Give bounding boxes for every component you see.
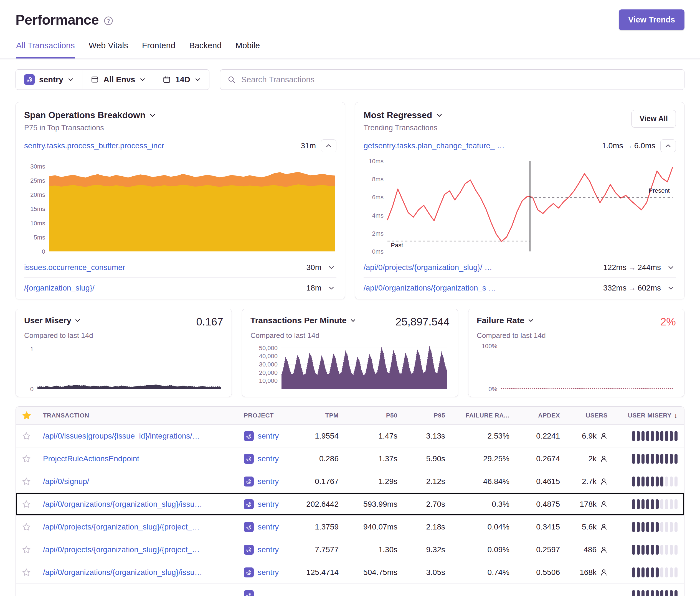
tab-web-vitals[interactable]: Web Vitals xyxy=(89,41,128,58)
star-icon[interactable] xyxy=(22,568,31,577)
expand-button[interactable] xyxy=(666,262,676,273)
most-regressed-dropdown[interactable]: Most Regressed xyxy=(364,110,443,120)
svg-text:20ms: 20ms xyxy=(30,191,45,198)
transaction-link[interactable]: /api/0/projects/{organization_slug}/{pro… xyxy=(43,522,200,531)
environment-filter[interactable]: All Envs xyxy=(82,70,154,89)
star-icon[interactable] xyxy=(22,545,31,554)
calendar-icon xyxy=(162,75,171,84)
chevron-down-icon xyxy=(195,77,201,83)
regressed-transaction-link[interactable]: /api/0/organizations/{organization_s … xyxy=(364,284,598,292)
project-link[interactable]: sentry xyxy=(258,545,279,554)
span-op-link[interactable]: sentry.tasks.process_buffer.process_incr xyxy=(24,141,296,150)
search-input[interactable] xyxy=(241,75,677,84)
view-trends-button[interactable]: View Trends xyxy=(619,9,684,30)
project-filter-label: sentry xyxy=(39,75,63,84)
star-icon[interactable] xyxy=(22,432,31,440)
span-operations-subtitle: P75 in Top Transactions xyxy=(24,124,156,132)
transaction-link[interactable]: /api/0/organizations/{organization_slug}… xyxy=(43,500,202,509)
user-misery-dropdown[interactable]: User Misery xyxy=(24,316,81,325)
star-icon[interactable] xyxy=(22,477,31,486)
transaction-link[interactable]: /api/0/projects/{organization_slug}/{pro… xyxy=(43,545,200,554)
users-count: 2.7k xyxy=(582,477,597,486)
column-header-p95[interactable]: P95 xyxy=(404,412,452,419)
span-op-link[interactable]: issues.occurrence_consumer xyxy=(24,263,301,272)
star-icon[interactable] xyxy=(22,522,31,532)
column-header-favorites[interactable] xyxy=(16,411,36,420)
svg-text:?: ? xyxy=(107,18,110,24)
date-range-filter[interactable]: 14D xyxy=(154,70,209,89)
expand-button[interactable] xyxy=(326,262,336,273)
span-op-link[interactable]: /{organization_slug}/ xyxy=(24,284,301,292)
column-header-users[interactable]: USERS xyxy=(567,412,614,419)
chevron-down-icon xyxy=(668,264,674,271)
regression-to: 602ms xyxy=(638,284,661,292)
tab-frontend[interactable]: Frontend xyxy=(142,41,175,58)
expand-button[interactable] xyxy=(666,283,676,293)
user-misery-bars xyxy=(632,476,678,487)
span-operations-dropdown[interactable]: Span Operations Breakdown xyxy=(24,110,156,120)
collapse-button[interactable] xyxy=(321,139,336,152)
tab-bar: All Transactions Web Vitals Frontend Bac… xyxy=(16,41,684,58)
table-row xyxy=(16,584,684,596)
chevron-down-icon xyxy=(75,317,81,323)
column-header-user-misery[interactable]: USER MISERY ↓ xyxy=(614,411,684,420)
users-count: 2k xyxy=(588,455,597,463)
apdex-value: 0.2597 xyxy=(516,545,567,554)
column-header-tpm[interactable]: TPM xyxy=(298,412,345,419)
project-link[interactable]: sentry xyxy=(258,522,279,532)
failure-rate-card: Failure Rate 2% Compared to last 14d 100… xyxy=(468,309,684,397)
environment-filter-label: All Envs xyxy=(103,75,135,84)
expand-button[interactable] xyxy=(326,283,336,293)
help-icon[interactable]: ? xyxy=(104,16,113,26)
failure-rate-dropdown[interactable]: Failure Rate xyxy=(477,316,534,325)
chevron-up-icon xyxy=(665,142,671,149)
project-link[interactable]: sentry xyxy=(258,568,279,577)
project-filter[interactable]: sentry xyxy=(16,70,82,89)
p95-value: 9.32s xyxy=(404,545,452,554)
tab-mobile[interactable]: Mobile xyxy=(235,41,260,58)
project-link[interactable]: sentry xyxy=(258,432,279,440)
star-icon[interactable] xyxy=(22,455,31,463)
regression-from: 122ms xyxy=(603,263,626,272)
user-misery-card: User Misery 0.167 Compared to last 14d 1… xyxy=(16,309,232,397)
tpm-card: Transactions Per Minute 25,897.544 Compa… xyxy=(242,309,458,397)
column-header-p50[interactable]: P50 xyxy=(345,412,404,419)
tab-all-transactions[interactable]: All Transactions xyxy=(16,41,75,58)
table-row: ProjectRuleActionsEndpoint sentry 0.286 … xyxy=(16,447,684,470)
star-icon[interactable] xyxy=(22,500,31,509)
page-title: Performance xyxy=(16,12,99,28)
span-operations-title: Span Operations Breakdown xyxy=(24,110,145,120)
project-link[interactable]: sentry xyxy=(258,455,279,463)
transaction-link[interactable]: /api/0/organizations/{organization_slug}… xyxy=(43,568,202,577)
arrow-right-icon: → xyxy=(626,284,638,292)
regressed-transaction-link[interactable]: /api/0/projects/{organization_slug}/ … xyxy=(364,263,598,272)
regressed-transaction-link[interactable]: getsentry.tasks.plan_change_feature_ … xyxy=(364,141,597,150)
column-header-transaction[interactable]: TRANSACTION xyxy=(36,412,237,419)
project-link[interactable]: sentry xyxy=(258,477,279,486)
tpm-dropdown[interactable]: Transactions Per Minute xyxy=(250,316,356,325)
svg-text:30,000: 30,000 xyxy=(259,361,278,368)
p50-value: 593.99ms xyxy=(345,500,404,509)
sentry-project-icon xyxy=(244,522,254,532)
transaction-link[interactable]: /api/0/signup/ xyxy=(43,477,89,486)
p95-value: 3.05s xyxy=(404,568,452,577)
svg-text:15ms: 15ms xyxy=(30,205,45,212)
tpm-value: 0.286 xyxy=(298,455,345,463)
transaction-link[interactable]: /api/0/issues|groups/{issue_id}/integrat… xyxy=(43,432,200,440)
tab-backend[interactable]: Backend xyxy=(189,41,222,58)
collapse-button[interactable] xyxy=(660,139,676,152)
chevron-down-icon xyxy=(140,77,146,83)
project-link[interactable]: sentry xyxy=(258,500,279,509)
transaction-link[interactable]: ProjectRuleActionsEndpoint xyxy=(43,455,139,463)
column-header-project[interactable]: PROJECT xyxy=(237,412,298,419)
view-all-button[interactable]: View All xyxy=(631,110,676,128)
column-header-apdex[interactable]: APDEX xyxy=(516,412,567,419)
chevron-down-icon xyxy=(328,264,335,271)
chevron-down-icon xyxy=(668,285,674,291)
span-op-duration: 31m xyxy=(301,141,316,150)
apdex-value: 0.5506 xyxy=(516,568,567,577)
failure-rate-value: 46.84% xyxy=(452,477,516,486)
users-count: 5.6k xyxy=(582,522,597,532)
chevron-down-icon xyxy=(528,317,534,323)
column-header-failure-rate[interactable]: FAILURE RA... xyxy=(452,412,516,419)
